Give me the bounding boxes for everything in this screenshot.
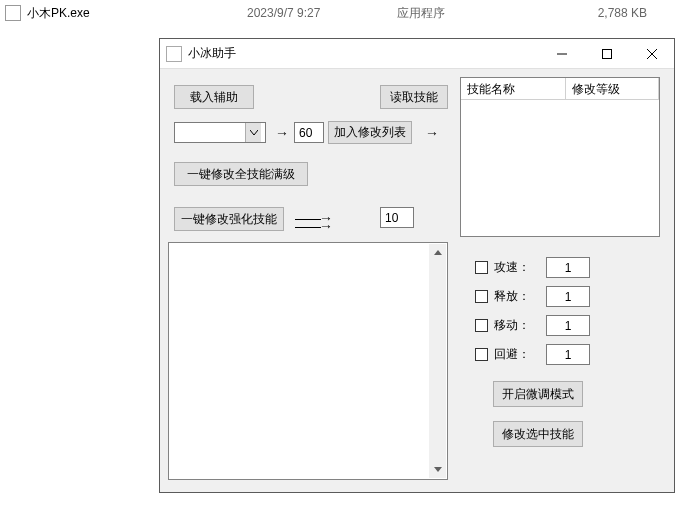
cast-checkbox[interactable] xyxy=(475,290,488,303)
svg-rect-1 xyxy=(602,49,611,58)
skill-combo[interactable] xyxy=(174,122,266,143)
skill-listview[interactable]: 技能名称 修改等级 xyxy=(460,77,660,237)
dodge-input[interactable] xyxy=(546,344,590,365)
start-tuning-button[interactable]: 开启微调模式 xyxy=(493,381,583,407)
file-size: 2,788 KB xyxy=(547,6,647,20)
scroll-up-icon[interactable] xyxy=(429,244,446,261)
client-area: 载入辅助 读取技能 → 加入修改列表 → 一键修改全技能满级 一键修改强化技能 … xyxy=(160,69,674,492)
attack-speed-label: 攻速： xyxy=(494,259,530,276)
modify-selected-button[interactable]: 修改选中技能 xyxy=(493,421,583,447)
move-row: 移动： xyxy=(475,315,590,336)
dodge-checkbox[interactable] xyxy=(475,348,488,361)
close-icon xyxy=(647,49,657,59)
move-label: 移动： xyxy=(494,317,530,334)
move-checkbox[interactable] xyxy=(475,319,488,332)
col-skill-name[interactable]: 技能名称 xyxy=(461,78,566,99)
col-modify-level[interactable]: 修改等级 xyxy=(566,78,659,99)
listview-header: 技能名称 修改等级 xyxy=(461,78,659,100)
cast-input[interactable] xyxy=(546,286,590,307)
dodge-label: 回避： xyxy=(494,346,530,363)
maximize-button[interactable] xyxy=(584,39,629,68)
double-arrow-icon: ——→ xyxy=(295,215,331,236)
arrow-right-icon: → xyxy=(422,122,442,143)
level-input[interactable] xyxy=(294,122,324,143)
chevron-down-icon[interactable] xyxy=(245,123,261,142)
file-date: 2023/9/7 9:27 xyxy=(247,6,397,20)
file-type: 应用程序 xyxy=(397,5,547,22)
scrollbar-vertical[interactable] xyxy=(429,244,446,478)
titlebar[interactable]: 小冰助手 xyxy=(160,39,674,69)
maximize-icon xyxy=(602,49,612,59)
load-assist-button[interactable]: 载入辅助 xyxy=(174,85,254,109)
file-row[interactable]: 小木PK.exe 2023/9/7 9:27 应用程序 2,788 KB xyxy=(5,3,682,23)
scroll-down-icon[interactable] xyxy=(429,461,446,478)
move-input[interactable] xyxy=(546,315,590,336)
add-to-list-button[interactable]: 加入修改列表 xyxy=(328,121,412,144)
dodge-row: 回避： xyxy=(475,344,590,365)
close-button[interactable] xyxy=(629,39,674,68)
enhance-skills-button[interactable]: 一键修改强化技能 xyxy=(174,207,284,231)
exe-icon xyxy=(5,5,21,21)
attack-speed-row: 攻速： xyxy=(475,257,590,278)
window-title: 小冰助手 xyxy=(188,45,539,62)
app-window: 小冰助手 载入辅助 读取技能 → 加入修改列表 → 一键修改全技能满级 一键修改 xyxy=(159,38,675,493)
enhance-input[interactable] xyxy=(380,207,414,228)
log-textarea[interactable] xyxy=(168,242,448,480)
cast-label: 释放： xyxy=(494,288,530,305)
max-all-skills-button[interactable]: 一键修改全技能满级 xyxy=(174,162,308,186)
attack-speed-input[interactable] xyxy=(546,257,590,278)
minimize-button[interactable] xyxy=(539,39,584,68)
arrow-right-icon: → xyxy=(272,122,292,143)
file-name: 小木PK.exe xyxy=(27,5,247,22)
skill-combo-input[interactable] xyxy=(175,123,245,142)
read-skills-button[interactable]: 读取技能 xyxy=(380,85,448,109)
attack-speed-checkbox[interactable] xyxy=(475,261,488,274)
app-icon xyxy=(166,46,182,62)
minimize-icon xyxy=(557,49,567,59)
cast-row: 释放： xyxy=(475,286,590,307)
